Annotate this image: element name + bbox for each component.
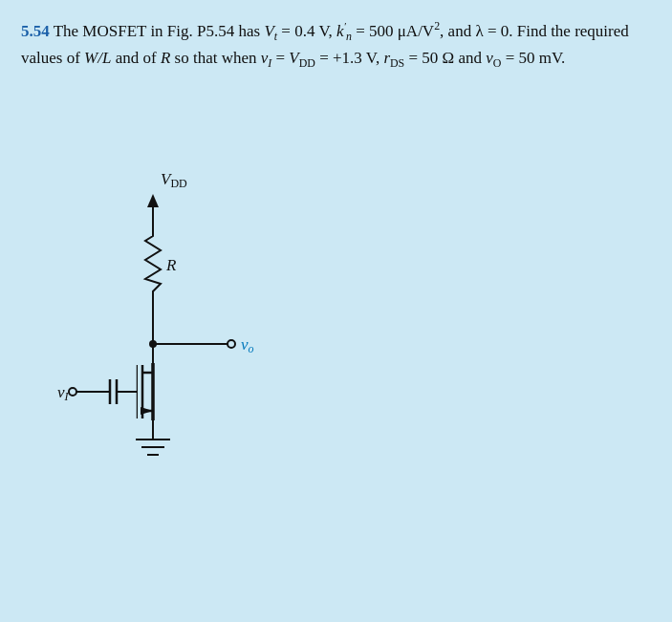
vdd-arrow: [147, 194, 159, 207]
problem-number: 5.54: [21, 22, 50, 40]
vdd-text: VDD: [161, 170, 187, 190]
r-label: R: [165, 256, 177, 274]
and-text: and: [458, 49, 482, 67]
vi-label: vI: [57, 383, 70, 403]
mosfet-arrow: [141, 407, 153, 415]
page: 5.54 The MOSFET in Fig. P5.54 has Vt = 0…: [0, 0, 672, 622]
vo-label: vo: [241, 335, 254, 355]
circuit-svg: VDD R vo: [57, 167, 363, 521]
vi-eq: vI: [261, 49, 272, 67]
vo-terminal: [228, 340, 235, 348]
circuit-diagram: VDD R vo: [57, 167, 363, 521]
problem-text: 5.54 The MOSFET in Fig. P5.54 has Vt = 0…: [21, 17, 651, 72]
vi-terminal: [69, 388, 76, 396]
resistor-symbol: [145, 229, 161, 299]
vt-label: Vt: [264, 22, 277, 40]
kn-label: k′n: [336, 22, 352, 40]
